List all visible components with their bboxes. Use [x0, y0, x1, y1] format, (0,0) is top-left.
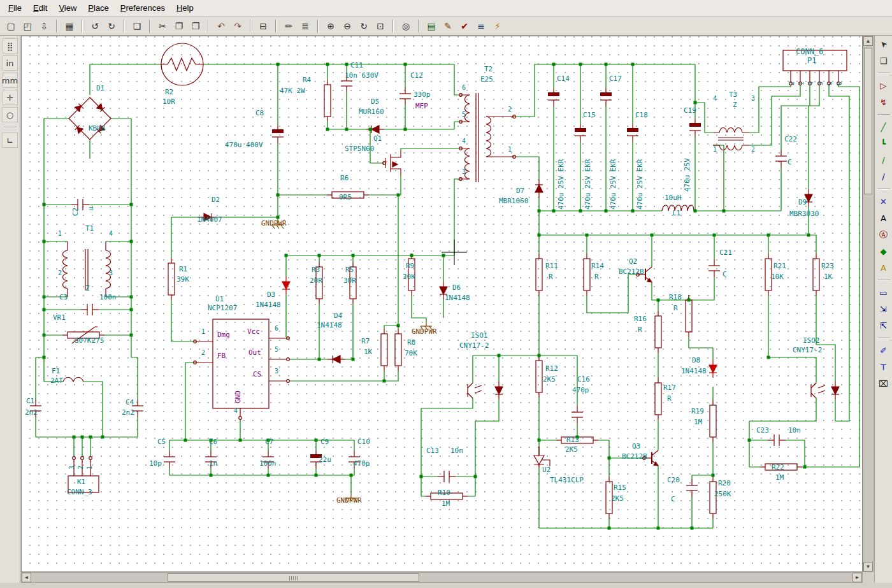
library-editor-button[interactable]: ✏	[281, 18, 296, 34]
copy-block-icon: ❏	[133, 21, 141, 31]
tool-graphic-line-button[interactable]: ✐	[876, 343, 891, 358]
erc-button[interactable]: ✔	[457, 18, 472, 34]
menu-view[interactable]: View	[53, 1, 82, 15]
tool-text-button[interactable]: T	[876, 360, 891, 375]
tool-delete-button[interactable]: ⌧	[876, 376, 891, 391]
toolbar-separator	[56, 20, 57, 32]
tool-hierarchy-navigator-button[interactable]: ❏	[876, 54, 891, 68]
save-schematic-icon: ⇩	[40, 21, 48, 31]
tool-place-sheet-pin-button[interactable]: ⇱	[876, 319, 891, 333]
tool-bus-to-bus-entry-button[interactable]: ∕	[876, 169, 891, 184]
toolbar-separator	[877, 189, 890, 190]
navigate-forward-button[interactable]: ↻	[104, 18, 119, 34]
page-settings-icon: ▦	[65, 21, 73, 31]
cursor-shape-button[interactable]: ✛	[3, 90, 18, 105]
toggle-grid-button[interactable]: ⣿	[3, 38, 18, 54]
tool-place-wire-icon: ╱	[881, 122, 886, 132]
schematic-canvas[interactable]: D1KBU8R210RC8470u 400VR447K 2WC1110n 630…	[21, 36, 863, 572]
open-schematic-icon: ◰	[23, 21, 31, 31]
hv-orientation-icon: ∟	[6, 136, 13, 145]
backannotate-button[interactable]: ⚡	[490, 18, 505, 34]
zoom-out-icon: ⊖	[343, 21, 351, 31]
schematic-wires	[36, 64, 860, 528]
zoom-redraw-button[interactable]: ↻	[356, 18, 371, 34]
menu-file[interactable]: File	[3, 1, 27, 15]
units-mm-button[interactable]: mm	[3, 73, 18, 88]
tool-graphic-line-icon: ✐	[880, 346, 887, 355]
zoom-fit-icon: ⊡	[377, 21, 384, 31]
show-hidden-pins-button[interactable]: ○	[3, 107, 18, 122]
tool-place-component-button[interactable]: ▷	[876, 78, 891, 93]
tool-net-label-button[interactable]: A	[876, 211, 891, 226]
copy-button[interactable]: ❐	[171, 18, 187, 34]
zoom-fit-button[interactable]: ⊡	[373, 18, 388, 34]
tool-place-wire-button[interactable]: ╱	[876, 120, 891, 134]
tool-place-component-icon: ▷	[881, 81, 887, 90]
cut-icon: ✂	[159, 21, 166, 31]
units-inches-button[interactable]: in	[3, 55, 18, 71]
scroll-down-button[interactable]: ▼	[863, 562, 873, 571]
zoom-in-button[interactable]: ⊕	[323, 18, 338, 34]
tool-no-connect-flag-button[interactable]: ✕	[876, 194, 891, 209]
tool-bus-to-bus-entry-icon: ∕	[882, 172, 884, 182]
tool-place-bus-button[interactable]: ┗	[876, 136, 891, 151]
netlist-button[interactable]: ▤	[424, 18, 439, 34]
tool-global-label-icon: Ⓐ	[879, 229, 888, 241]
page-settings-button[interactable]: ▦	[62, 18, 77, 34]
cursor-shape-icon: ✛	[6, 93, 13, 103]
tool-text-icon: T	[881, 362, 886, 372]
annotate-button[interactable]: ✎	[440, 18, 456, 34]
open-schematic-button[interactable]: ◰	[20, 18, 35, 34]
scroll-up-button[interactable]: ▲	[863, 36, 873, 46]
scroll-left-button[interactable]: ◄	[22, 573, 31, 582]
tool-delete-icon: ⌧	[879, 379, 888, 389]
tool-net-label-icon: A	[881, 213, 886, 223]
hv-orientation-button[interactable]: ∟	[3, 133, 18, 148]
undo-button[interactable]: ↶	[213, 18, 229, 34]
menu-place[interactable]: Place	[82, 1, 115, 15]
toolbar-separator	[208, 20, 209, 32]
toolbar-separator	[317, 20, 319, 32]
scroll-right-button[interactable]: ►	[852, 573, 862, 582]
bom-button[interactable]: ≡	[473, 18, 489, 34]
paste-button[interactable]: ❒	[188, 18, 203, 34]
tool-hierarchical-label-icon: A	[881, 263, 886, 273]
navigate-back-icon: ↺	[91, 21, 99, 31]
pin-end-circles	[73, 82, 840, 460]
find-button[interactable]: ◎	[398, 18, 414, 34]
scrollbar-corner	[863, 572, 874, 583]
tool-hierarchy-navigator-icon: ❏	[880, 56, 888, 66]
tool-wire-to-bus-entry-button[interactable]: ∕	[876, 153, 891, 168]
menu-preferences[interactable]: Preferences	[115, 1, 171, 15]
tool-global-label-button[interactable]: Ⓐ	[876, 227, 891, 242]
tool-hierarchical-label-button[interactable]: A	[876, 261, 891, 275]
library-editor-icon: ✏	[285, 21, 292, 31]
tool-place-power-port-icon: ↯	[880, 97, 887, 107]
annotate-icon: ✎	[444, 21, 452, 31]
redo-button[interactable]: ↷	[230, 18, 245, 34]
zoom-out-button[interactable]: ⊖	[340, 18, 355, 34]
undo-icon: ↶	[217, 21, 225, 31]
library-browser-button[interactable]: ≣	[298, 18, 313, 34]
zoom-redraw-icon: ↻	[360, 21, 368, 31]
menu-edit[interactable]: Edit	[27, 1, 53, 15]
vertical-scroll-thumb[interactable]	[864, 48, 872, 194]
new-schematic-icon: ▢	[6, 21, 15, 31]
horizontal-scroll-thumb[interactable]	[168, 573, 419, 582]
cut-button[interactable]: ✂	[155, 18, 170, 34]
tool-hierarchical-sheet-button[interactable]: ▭	[876, 285, 891, 300]
print-button[interactable]: ⊟	[255, 18, 271, 34]
vertical-scrollbar[interactable]: ▲ ▼	[863, 36, 874, 572]
new-schematic-button[interactable]: ▢	[3, 18, 18, 34]
tool-junction-button[interactable]: ◆	[876, 244, 891, 259]
scroll-up-icon: ▲	[866, 38, 871, 44]
copy-block-button[interactable]: ❏	[129, 18, 145, 34]
tool-cursor-button[interactable]: ➤	[876, 37, 891, 52]
tool-import-sheet-pin-button[interactable]: ⇲	[876, 302, 891, 317]
save-schematic-button[interactable]: ⇩	[36, 18, 52, 34]
menu-help[interactable]: Help	[171, 1, 199, 15]
print-icon: ⊟	[259, 21, 267, 31]
tool-place-power-port-button[interactable]: ↯	[876, 95, 891, 110]
horizontal-scrollbar[interactable]: ◄ ►	[21, 572, 863, 583]
navigate-back-button[interactable]: ↺	[87, 18, 103, 34]
